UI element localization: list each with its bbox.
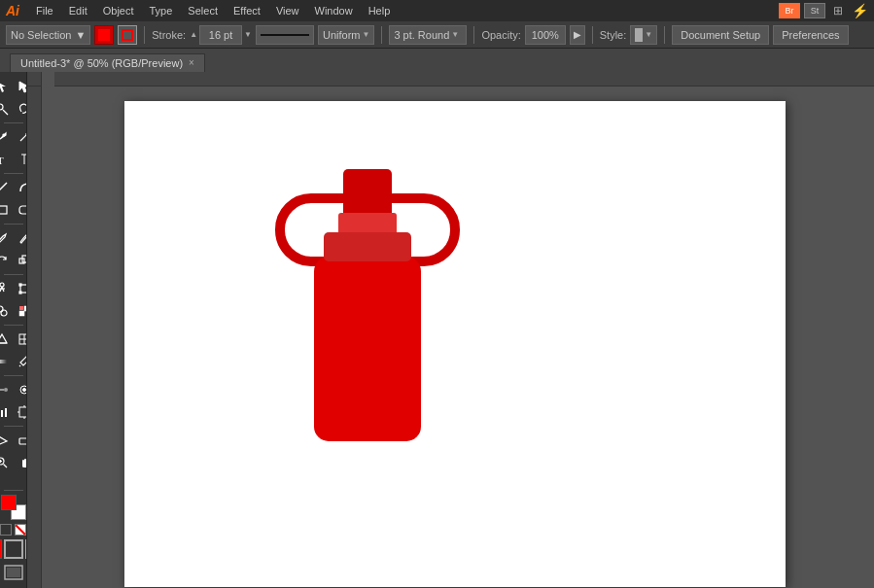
- line-tool[interactable]: [0, 177, 13, 198]
- lasso-tool[interactable]: [14, 98, 27, 120]
- menu-select[interactable]: Select: [181, 3, 225, 18]
- magic-wand-tool[interactable]: [0, 98, 13, 120]
- rotate-tool[interactable]: [0, 250, 13, 271]
- eraser-tool[interactable]: [14, 430, 27, 451]
- ruler-corner: [27, 72, 42, 86]
- svg-text:T: T: [0, 155, 4, 166]
- stroke-label: Stroke:: [152, 29, 186, 41]
- shape-builder-tool[interactable]: [0, 300, 13, 322]
- puppet-warp-tool[interactable]: [0, 278, 13, 299]
- change-screen-mode[interactable]: [4, 565, 23, 582]
- stroke-color-swatch[interactable]: [118, 25, 137, 45]
- foreground-color-swatch[interactable]: [1, 495, 17, 510]
- canvas-area[interactable]: [27, 72, 874, 588]
- menu-edit[interactable]: Edit: [62, 3, 94, 18]
- svg-rect-41: [19, 407, 27, 417]
- stroke-type-dropdown[interactable]: Uniform ▼: [318, 25, 374, 45]
- selection-dropdown[interactable]: No Selection ▼: [6, 25, 90, 45]
- stroke-up-arrow[interactable]: ▲: [190, 30, 197, 39]
- app-switcher: Br St ⊞ ⚡: [779, 3, 868, 18]
- menu-bar: Ai File Edit Object Type Select Effect V…: [0, 0, 874, 21]
- swap-colors-btn[interactable]: [15, 524, 26, 536]
- svg-line-48: [4, 465, 8, 468]
- perspective-tool[interactable]: [0, 329, 13, 350]
- mesh-tool[interactable]: [14, 329, 27, 350]
- direct-select-tool[interactable]: [14, 76, 27, 97]
- svg-rect-20: [19, 292, 21, 294]
- sep1: [144, 26, 145, 44]
- pencil-tool[interactable]: [14, 227, 27, 249]
- menu-window[interactable]: Window: [308, 3, 360, 18]
- stroke-down-arrow[interactable]: ▼: [244, 30, 252, 39]
- zoom-tool[interactable]: [0, 452, 13, 473]
- tab-title: Untitled-3* @ 50% (RGB/Preview): [20, 57, 183, 69]
- style-dropdown[interactable]: ▼: [630, 25, 657, 45]
- color-mode-btn[interactable]: [0, 539, 2, 559]
- graph-tool[interactable]: [0, 401, 13, 423]
- document-tab[interactable]: Untitled-3* @ 50% (RGB/Preview) ×: [10, 53, 205, 72]
- svg-point-34: [4, 388, 8, 392]
- sep2: [381, 26, 382, 44]
- opacity-more-btn[interactable]: ▶: [570, 25, 585, 45]
- menu-object[interactable]: Object: [96, 3, 141, 18]
- svg-rect-11: [0, 206, 7, 214]
- blend-tool[interactable]: [0, 379, 13, 400]
- fill-color-swatch[interactable]: [94, 25, 114, 45]
- pen-tool[interactable]: [0, 126, 13, 148]
- stroke-preview: [256, 25, 314, 45]
- hand-tool[interactable]: [14, 452, 27, 473]
- rounded-rect-tool[interactable]: [14, 199, 27, 221]
- grid-apps-icon[interactable]: ⊞: [829, 3, 847, 18]
- svg-rect-52: [7, 568, 20, 577]
- svg-point-4: [3, 134, 5, 136]
- tab-close-button[interactable]: ×: [189, 58, 194, 68]
- svg-point-37: [23, 389, 26, 392]
- svg-line-10: [0, 183, 7, 192]
- left-toolbar: T: [0, 72, 27, 588]
- opacity-input[interactable]: [525, 25, 566, 45]
- rectangle-tool[interactable]: [0, 199, 13, 221]
- sync-icon[interactable]: ⚡: [851, 3, 868, 18]
- svg-rect-12: [19, 206, 27, 214]
- svg-line-32: [19, 365, 20, 366]
- menu-effect[interactable]: Effect: [227, 3, 267, 18]
- menu-type[interactable]: Type: [143, 3, 180, 18]
- vertical-type-tool[interactable]: [14, 149, 27, 170]
- stroke-weight-input[interactable]: [199, 25, 242, 45]
- document-setup-button[interactable]: Document Setup: [672, 25, 769, 45]
- preferences-button[interactable]: Preferences: [773, 25, 848, 45]
- svg-line-2: [3, 110, 8, 115]
- free-transform-tool[interactable]: [14, 278, 27, 299]
- slice-tool[interactable]: [0, 430, 13, 451]
- sep4: [592, 26, 593, 44]
- arc-tool[interactable]: [14, 177, 27, 198]
- fire-extinguisher-illustration: [270, 169, 465, 480]
- artboard-tool[interactable]: [14, 401, 27, 423]
- menu-file[interactable]: File: [29, 3, 60, 18]
- scale-tool[interactable]: [14, 250, 27, 271]
- default-colors-btn[interactable]: [0, 524, 12, 536]
- eyedropper-tool[interactable]: [14, 351, 27, 372]
- svg-rect-39: [1, 410, 3, 417]
- add-anchor-tool[interactable]: [14, 126, 27, 148]
- bridge-icon[interactable]: Br: [779, 3, 800, 18]
- menu-help[interactable]: Help: [362, 3, 398, 18]
- svg-rect-26: [19, 311, 24, 316]
- gradient-mode-btn[interactable]: [4, 539, 23, 559]
- type-tool[interactable]: T: [0, 149, 13, 170]
- app-logo: Ai: [6, 3, 19, 18]
- svg-marker-1: [19, 82, 27, 92]
- horizontal-ruler: [54, 72, 874, 86]
- gradient-tool[interactable]: [0, 351, 13, 372]
- menu-view[interactable]: View: [269, 3, 306, 18]
- vertical-ruler: [27, 86, 42, 588]
- paintbrush-tool[interactable]: [0, 227, 13, 249]
- live-paint-tool[interactable]: [14, 300, 27, 322]
- stock-icon[interactable]: St: [804, 3, 825, 18]
- svg-rect-24: [19, 306, 23, 310]
- stroke-profile-dropdown[interactable]: 3 pt. Round ▼: [389, 25, 467, 45]
- tool-row-1: [0, 76, 27, 97]
- symbol-tool[interactable]: [14, 379, 27, 400]
- selection-tool[interactable]: [0, 76, 13, 97]
- options-toolbar: No Selection ▼ Stroke: ▲ ▼ Uniform ▼ 3 p…: [0, 21, 874, 49]
